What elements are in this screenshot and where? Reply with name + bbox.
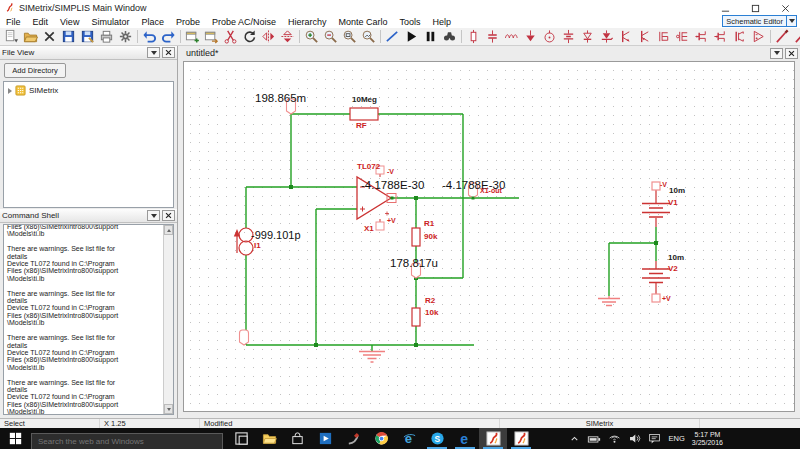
new-schematic-button[interactable] [2, 28, 21, 45]
zoom-out-button[interactable] [321, 28, 340, 45]
place-pjfet-button[interactable] [711, 28, 730, 45]
positive-supply-pin[interactable] [376, 222, 384, 230]
ground-symbol-right[interactable] [598, 296, 620, 306]
scroll-down-icon[interactable] [164, 404, 173, 414]
start-button[interactable] [0, 428, 30, 449]
wires[interactable] [246, 114, 656, 351]
wire-mode-button[interactable] [383, 28, 402, 45]
taskbar-simetrix-button[interactable] [479, 428, 507, 449]
tray-chevron-up-icon[interactable] [567, 431, 582, 446]
probe-voltage-button[interactable] [773, 28, 792, 45]
taskbar-photos-app-button[interactable] [311, 428, 339, 449]
menu-view[interactable]: View [54, 17, 85, 27]
command-shell-scrollbar[interactable] [163, 225, 173, 414]
network-icon[interactable] [607, 431, 622, 446]
undo-button[interactable] [140, 28, 159, 45]
schematic-canvas[interactable]: 198.865m-4.1788E-30-4.1788E-30178.817u-9… [183, 61, 795, 412]
add-directory-button[interactable]: Add Directory [4, 63, 66, 78]
place-capacitor-button[interactable] [483, 28, 502, 45]
paste-button[interactable] [202, 28, 221, 45]
menu-monte-carlo[interactable]: Monte Carlo [333, 17, 394, 27]
minimize-button[interactable] [710, 1, 740, 16]
close-button[interactable] [770, 1, 800, 16]
place-ground-button[interactable] [521, 28, 540, 45]
copy-window-button[interactable] [183, 28, 202, 45]
place-njfet-button[interactable] [692, 28, 711, 45]
language-indicator[interactable]: ENG [667, 434, 687, 443]
command-shell-menu-button[interactable] [147, 210, 160, 221]
mode-selector-dropdown[interactable]: Schematic Editor [722, 15, 797, 27]
taskbar-chrome-button[interactable] [367, 428, 395, 449]
file-view-close-button[interactable] [162, 47, 175, 58]
rotate-button[interactable] [240, 28, 259, 45]
zoom-fit-button[interactable] [359, 28, 378, 45]
zoom-in-button[interactable] [302, 28, 321, 45]
zoom-box-button[interactable] [340, 28, 359, 45]
pause-simulation-button[interactable] [421, 28, 440, 45]
resistor-r2[interactable] [412, 308, 420, 326]
taskbar-simetrix-2-button[interactable] [507, 428, 535, 449]
mirror-horizontal-button[interactable] [259, 28, 278, 45]
taskbar-skype-button[interactable]: S [423, 428, 451, 449]
find-part-button[interactable] [440, 28, 459, 45]
print-button[interactable] [97, 28, 116, 45]
taskbar-internet-explorer-button[interactable]: e [395, 428, 423, 449]
place-npn-button[interactable] [616, 28, 635, 45]
place-diode-button[interactable] [578, 28, 597, 45]
place-igbt-button[interactable] [730, 28, 749, 45]
taskbar-clock[interactable]: 5:17 PM 3/25/2016 [692, 431, 723, 447]
tree-item-simetrix[interactable]: SIMetrix [6, 85, 171, 96]
resistor-rf[interactable] [350, 108, 378, 120]
search-input[interactable] [31, 433, 223, 449]
notification-icon[interactable] [647, 431, 662, 446]
menu-probe[interactable]: Probe [170, 17, 206, 27]
menu-help[interactable]: Help [427, 17, 458, 27]
menu-simulator[interactable]: Simulator [85, 17, 135, 27]
place-source-button[interactable] [540, 28, 559, 45]
volume-icon[interactable] [627, 431, 642, 446]
menu-edit[interactable]: Edit [27, 17, 55, 27]
menu-probe-ac-noise[interactable]: Probe AC/Noise [206, 17, 282, 27]
place-pnp-button[interactable] [635, 28, 654, 45]
menu-place[interactable]: Place [135, 17, 170, 27]
ground-symbol-main[interactable] [359, 352, 385, 363]
place-pmos-button[interactable] [673, 28, 692, 45]
maximize-button[interactable] [740, 1, 770, 16]
open-file-button[interactable] [21, 28, 40, 45]
menu-file[interactable]: File [0, 17, 27, 27]
place-opamp-button[interactable] [749, 28, 768, 45]
run-simulation-button[interactable] [402, 28, 421, 45]
schematic-close-button[interactable] [785, 48, 798, 59]
taskbar-edge-button[interactable]: e [451, 428, 479, 449]
save-as-button[interactable] [78, 28, 97, 45]
place-nmos-button[interactable] [654, 28, 673, 45]
cut-button[interactable] [221, 28, 240, 45]
probe-markers[interactable] [240, 99, 478, 345]
menu-tools[interactable]: Tools [394, 17, 427, 27]
probe-current-button[interactable] [792, 28, 800, 45]
mirror-vertical-button[interactable] [278, 28, 297, 45]
scroll-up-icon[interactable] [164, 225, 173, 235]
battery-icon[interactable] [587, 431, 602, 446]
redo-button[interactable] [159, 28, 178, 45]
taskbar-file-explorer-button[interactable] [255, 428, 283, 449]
command-shell-close-button[interactable] [162, 210, 175, 221]
place-zener-button[interactable] [597, 28, 616, 45]
voltage-source-v1[interactable] [642, 182, 670, 227]
taskbar-paint-app-button[interactable] [339, 428, 367, 449]
place-inductor-button[interactable] [502, 28, 521, 45]
expander-icon[interactable] [8, 88, 12, 94]
neg-supply-terminal[interactable] [652, 182, 660, 190]
place-battery-button[interactable] [559, 28, 578, 45]
taskbar-windows-store-button[interactable] [283, 428, 311, 449]
command-shell-output[interactable]: Files (x86)\SIMetrixIntro800\support\Mod… [3, 224, 174, 415]
schematic-menu-button[interactable] [770, 48, 783, 59]
close-file-button[interactable] [40, 28, 59, 45]
options-button[interactable] [116, 28, 135, 45]
place-resistor-button[interactable] [464, 28, 483, 45]
menu-hierarchy[interactable]: Hierarchy [282, 17, 333, 27]
resistor-r1[interactable] [412, 228, 420, 246]
save-button[interactable] [59, 28, 78, 45]
taskbar-task-view-button[interactable] [227, 428, 255, 449]
pos-supply-terminal[interactable] [652, 294, 660, 302]
